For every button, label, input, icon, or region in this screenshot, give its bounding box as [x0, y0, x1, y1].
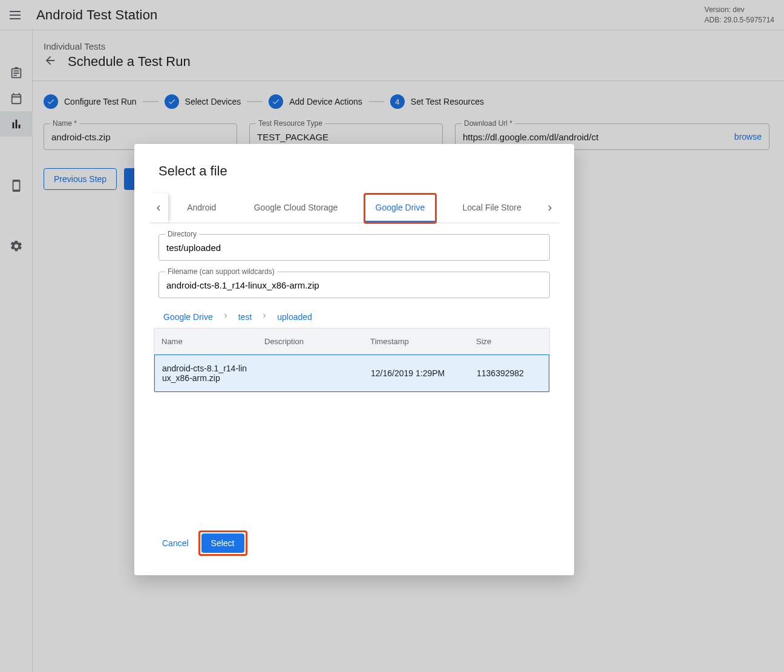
tab-local-file-store[interactable]: Local File Store: [452, 194, 532, 222]
chevron-left-icon[interactable]: [149, 194, 168, 223]
directory-field[interactable]: Directory: [158, 234, 550, 261]
tab-android[interactable]: Android: [176, 194, 227, 222]
cell-description: [258, 365, 364, 382]
col-description[interactable]: Description: [257, 328, 363, 354]
filename-input[interactable]: [166, 280, 542, 290]
table-header: Name Description Timestamp Size: [154, 328, 549, 354]
file-table: Name Description Timestamp Size android-…: [154, 328, 550, 393]
modal-actions: Cancel Select: [158, 518, 550, 556]
chevron-right-icon[interactable]: [540, 194, 560, 223]
table-row[interactable]: android-cts-8.1_r14-linux_x86-arm.zip 12…: [154, 354, 549, 392]
directory-input[interactable]: [166, 243, 542, 253]
cell-name: android-cts-8.1_r14-linux_x86-arm.zip: [155, 355, 258, 391]
select-highlight: Select: [198, 530, 247, 556]
col-timestamp[interactable]: Timestamp: [363, 328, 469, 354]
breadcrumb-link[interactable]: test: [238, 312, 252, 322]
field-label: Filename (can support wildcards): [165, 267, 277, 276]
chevron-right-icon: [260, 312, 269, 322]
tab-google-drive[interactable]: Google Drive: [365, 194, 436, 223]
cancel-button[interactable]: Cancel: [158, 533, 192, 553]
tab-gcs[interactable]: Google Cloud Storage: [243, 194, 349, 222]
tab-row: Android Google Cloud Storage Google Driv…: [149, 194, 560, 223]
col-name[interactable]: Name: [154, 328, 257, 354]
breadcrumb-link[interactable]: uploaded: [277, 312, 312, 322]
modal-title: Select a file: [158, 163, 550, 179]
col-size[interactable]: Size: [469, 328, 549, 354]
file-picker-modal: Select a file Android Google Cloud Stora…: [134, 144, 574, 575]
cell-timestamp: 12/16/2019 1:29PM: [364, 360, 469, 387]
select-button[interactable]: Select: [201, 533, 244, 553]
filename-field[interactable]: Filename (can support wildcards): [158, 272, 550, 298]
cell-size: 1136392982: [469, 360, 549, 387]
breadcrumb-link[interactable]: Google Drive: [163, 312, 213, 322]
chevron-right-icon: [221, 312, 230, 322]
path-breadcrumbs: Google Drive test uploaded: [163, 312, 550, 322]
field-label: Directory: [165, 230, 199, 238]
